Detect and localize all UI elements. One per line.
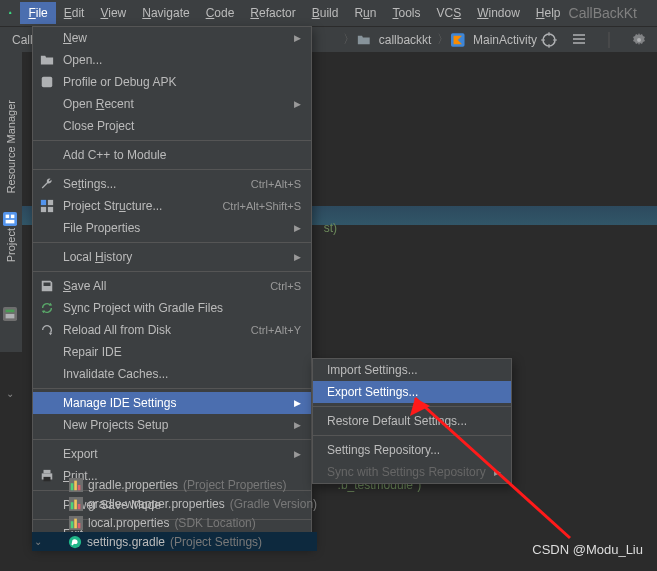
tree-row[interactable]: gradle-wrapper.properties(Gradle Version…	[34, 494, 317, 513]
editor-hint: st)	[324, 221, 337, 235]
menu-item-repair-ide[interactable]: Repair IDE	[33, 341, 311, 363]
svg-rect-13	[41, 207, 46, 212]
chevron-right-icon: 〉	[341, 31, 357, 48]
menu-item-project-structure[interactable]: Project Structure...Ctrl+Alt+Shift+S	[33, 195, 311, 217]
menu-refactor[interactable]: Refactor	[242, 2, 303, 24]
separator	[313, 406, 511, 407]
menu-item-close-project[interactable]: Close Project	[33, 115, 311, 137]
project-tree: gradle.properties(Project Properties) gr…	[34, 475, 317, 551]
menu-item-settings[interactable]: Settings...Ctrl+Alt+S	[33, 173, 311, 195]
svg-rect-21	[78, 485, 81, 490]
shortcut-label: Ctrl+S	[270, 280, 301, 292]
submenu-restore-defaults[interactable]: Restore Default Settings...	[313, 410, 511, 432]
menu-item-reload-disk[interactable]: Reload All from DiskCtrl+Alt+Y	[33, 319, 311, 341]
left-sidebar: 〉 Resource Manager Project ⌄	[0, 52, 22, 352]
menu-item-add-cpp[interactable]: Add C++ to Module	[33, 144, 311, 166]
menu-code[interactable]: Code	[198, 2, 243, 24]
svg-rect-5	[11, 215, 15, 219]
tree-row-selected[interactable]: ⌄settings.gradle(Project Settings)	[32, 532, 317, 551]
menu-edit[interactable]: Edit	[56, 2, 93, 24]
menu-help[interactable]: Help	[528, 2, 569, 24]
chevron-right-icon: ▶	[294, 99, 301, 109]
svg-rect-11	[41, 200, 46, 205]
submenu-export-settings[interactable]: Export Settings...	[313, 381, 511, 403]
shortcut-label: Ctrl+Alt+S	[251, 178, 301, 190]
menu-vcs[interactable]: VCS	[428, 2, 469, 24]
menu-view[interactable]: View	[92, 2, 134, 24]
chevron-right-icon: 〉	[435, 31, 451, 48]
menu-navigate[interactable]: Navigate	[134, 2, 197, 24]
chevron-right-icon: ▶	[294, 252, 301, 262]
chevron-right-icon: ▶	[494, 467, 501, 477]
gradle-icon	[68, 535, 82, 549]
menu-item-file-properties[interactable]: File Properties▶st)	[33, 217, 311, 239]
chevron-right-icon: ▶	[294, 420, 301, 430]
menu-item-new[interactable]: New▶	[33, 27, 311, 49]
tree-row[interactable]: local.properties(SDK Location)	[34, 513, 317, 532]
svg-rect-9	[6, 314, 15, 318]
menu-item-profile-apk[interactable]: Profile or Debug APK	[33, 71, 311, 93]
menu-file[interactable]: File	[20, 2, 55, 24]
separator	[313, 435, 511, 436]
submenu-import-settings[interactable]: Import Settings...	[313, 359, 511, 381]
menu-item-local-history[interactable]: Local History▶	[33, 246, 311, 268]
wrench-icon	[40, 177, 54, 191]
separator	[33, 169, 311, 170]
sidebar-tab-resource-manager[interactable]: Resource Manager	[3, 92, 19, 202]
svg-rect-10	[42, 77, 53, 88]
project-icon	[3, 307, 17, 321]
breadcrumb-file[interactable]: MainActivity	[469, 33, 541, 47]
breadcrumb-folder[interactable]: callbackkt	[375, 33, 436, 47]
divider-icon	[601, 32, 617, 48]
svg-rect-17	[44, 470, 51, 474]
menu-item-new-projects-setup[interactable]: New Projects Setup▶	[33, 414, 311, 436]
gear-icon[interactable]	[631, 32, 647, 48]
menu-item-open[interactable]: Open...	[33, 49, 311, 71]
align-icon[interactable]	[571, 32, 587, 48]
chevron-right-icon: ▶	[294, 33, 301, 43]
chevron-down-icon[interactable]: ⌄	[6, 388, 14, 399]
chevron-right-icon: ▶	[294, 223, 301, 233]
crosshair-icon[interactable]	[541, 32, 557, 48]
svg-rect-8	[6, 310, 15, 313]
project-name: CallBackKt	[569, 5, 657, 21]
menubar: File Edit View Navigate Code Refactor Bu…	[0, 0, 657, 26]
svg-rect-12	[48, 200, 53, 205]
save-icon	[40, 279, 54, 293]
menu-item-invalidate-caches[interactable]: Invalidate Caches...	[33, 363, 311, 385]
submenu-sync-repo: Sync with Settings Repository▶	[313, 461, 511, 483]
shortcut-label: Ctrl+Alt+Shift+S	[222, 200, 301, 212]
svg-rect-23	[71, 502, 74, 509]
menu-build[interactable]: Build	[304, 2, 347, 24]
menu-item-sync-gradle[interactable]: Sync Project with Gradle Files	[33, 297, 311, 319]
submenu-settings-repo[interactable]: Settings Repository...	[313, 439, 511, 461]
shortcut-label: Ctrl+Alt+Y	[251, 324, 301, 336]
svg-rect-28	[74, 518, 77, 528]
menu-run[interactable]: Run	[346, 2, 384, 24]
menu-item-export[interactable]: Export▶	[33, 443, 311, 465]
folder-icon	[357, 33, 371, 47]
svg-rect-24	[74, 499, 77, 509]
open-icon	[40, 53, 54, 67]
menu-item-manage-ide-settings[interactable]: Manage IDE Settings▶	[33, 392, 311, 414]
svg-rect-4	[6, 215, 10, 219]
reload-icon	[40, 323, 54, 337]
menu-tools[interactable]: Tools	[384, 2, 428, 24]
menu-item-open-recent[interactable]: Open Recent▶	[33, 93, 311, 115]
properties-file-icon	[69, 516, 83, 530]
watermark: CSDN @Modu_Liu	[532, 542, 643, 557]
tree-row[interactable]: gradle.properties(Project Properties)	[34, 475, 317, 494]
svg-rect-19	[71, 483, 74, 490]
menu-window[interactable]: Window	[469, 2, 528, 24]
chevron-right-icon: ▶	[294, 449, 301, 459]
apk-icon	[40, 75, 54, 89]
separator	[33, 271, 311, 272]
svg-rect-25	[78, 504, 81, 509]
android-logo-icon	[8, 4, 12, 22]
file-menu-dropdown: New▶ Open... Profile or Debug APK Open R…	[32, 26, 312, 546]
gradle-file-icon	[69, 497, 83, 511]
menu-item-save-all[interactable]: Save AllCtrl+S	[33, 275, 311, 297]
separator	[33, 388, 311, 389]
sidebar-tab-project[interactable]: Project	[3, 220, 19, 270]
sync-icon	[40, 301, 54, 315]
